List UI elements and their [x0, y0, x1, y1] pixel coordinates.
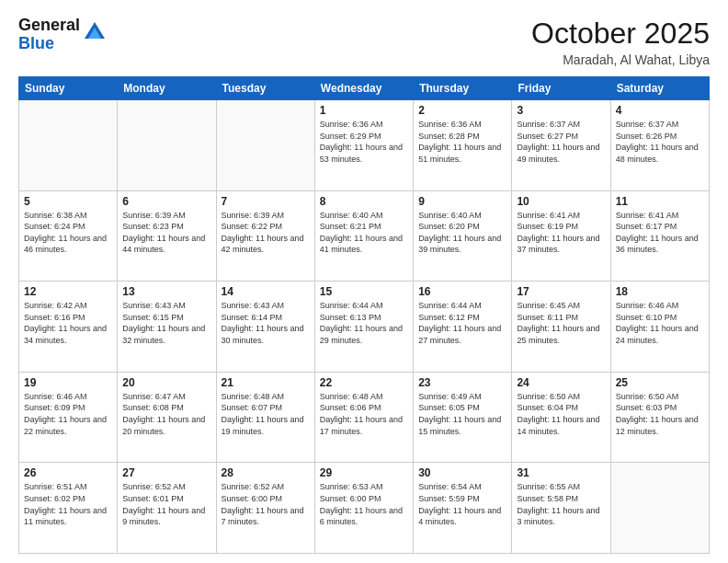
day-number: 4 [616, 104, 704, 117]
day-info: Sunrise: 6:50 AM Sunset: 6:04 PM Dayligh… [517, 391, 605, 437]
calendar-cell: 10Sunrise: 6:41 AM Sunset: 6:19 PM Dayli… [512, 190, 610, 282]
day-number: 1 [320, 104, 408, 117]
calendar-cell [216, 100, 314, 191]
day-info: Sunrise: 6:47 AM Sunset: 6:08 PM Dayligh… [122, 391, 210, 437]
day-number: 24 [517, 376, 605, 389]
day-info: Sunrise: 6:48 AM Sunset: 6:06 PM Dayligh… [320, 391, 408, 437]
calendar-cell: 28Sunrise: 6:52 AM Sunset: 6:00 PM Dayli… [216, 463, 314, 554]
calendar-cell [19, 100, 118, 191]
col-header-thursday: Thursday [414, 77, 512, 100]
calendar-cell [118, 100, 216, 191]
calendar-cell [610, 463, 709, 554]
col-header-tuesday: Tuesday [216, 77, 314, 100]
calendar-cell: 31Sunrise: 6:55 AM Sunset: 5:58 PM Dayli… [512, 463, 610, 554]
day-info: Sunrise: 6:37 AM Sunset: 6:26 PM Dayligh… [616, 119, 704, 165]
day-number: 25 [616, 376, 704, 389]
day-number: 2 [418, 104, 506, 117]
day-number: 16 [418, 285, 506, 298]
day-number: 3 [517, 104, 605, 117]
day-info: Sunrise: 6:51 AM Sunset: 6:02 PM Dayligh… [24, 481, 112, 527]
logo-blue: Blue [18, 34, 54, 52]
day-info: Sunrise: 6:40 AM Sunset: 6:20 PM Dayligh… [418, 210, 506, 256]
day-number: 18 [616, 285, 704, 298]
day-info: Sunrise: 6:36 AM Sunset: 6:29 PM Dayligh… [320, 119, 408, 165]
day-info: Sunrise: 6:52 AM Sunset: 6:00 PM Dayligh… [222, 481, 310, 527]
day-number: 8 [320, 195, 408, 208]
calendar-cell: 27Sunrise: 6:52 AM Sunset: 6:01 PM Dayli… [118, 463, 216, 554]
day-number: 29 [320, 466, 408, 479]
day-number: 12 [24, 285, 112, 298]
day-number: 22 [320, 376, 408, 389]
calendar-cell: 14Sunrise: 6:43 AM Sunset: 6:14 PM Dayli… [216, 282, 314, 373]
day-info: Sunrise: 6:40 AM Sunset: 6:21 PM Dayligh… [320, 210, 408, 256]
day-info: Sunrise: 6:41 AM Sunset: 6:17 PM Dayligh… [616, 210, 704, 256]
calendar-cell: 18Sunrise: 6:46 AM Sunset: 6:10 PM Dayli… [610, 282, 709, 373]
calendar-cell: 15Sunrise: 6:44 AM Sunset: 6:13 PM Dayli… [314, 282, 413, 373]
day-info: Sunrise: 6:44 AM Sunset: 6:13 PM Dayligh… [320, 300, 408, 346]
calendar-cell: 26Sunrise: 6:51 AM Sunset: 6:02 PM Dayli… [19, 463, 118, 554]
day-info: Sunrise: 6:52 AM Sunset: 6:01 PM Dayligh… [122, 481, 210, 527]
day-info: Sunrise: 6:48 AM Sunset: 6:07 PM Dayligh… [222, 391, 310, 437]
day-info: Sunrise: 6:39 AM Sunset: 6:22 PM Dayligh… [222, 210, 310, 256]
day-number: 13 [122, 285, 210, 298]
day-info: Sunrise: 6:54 AM Sunset: 5:59 PM Dayligh… [418, 481, 506, 527]
day-number: 5 [24, 195, 112, 208]
day-info: Sunrise: 6:44 AM Sunset: 6:12 PM Dayligh… [418, 300, 506, 346]
day-info: Sunrise: 6:49 AM Sunset: 6:05 PM Dayligh… [418, 391, 506, 437]
logo-general: General [18, 16, 80, 34]
logo: General Blue [18, 17, 105, 53]
day-info: Sunrise: 6:45 AM Sunset: 6:11 PM Dayligh… [517, 300, 605, 346]
calendar-cell: 11Sunrise: 6:41 AM Sunset: 6:17 PM Dayli… [610, 190, 709, 282]
calendar-cell: 16Sunrise: 6:44 AM Sunset: 6:12 PM Dayli… [414, 282, 512, 373]
calendar-cell: 24Sunrise: 6:50 AM Sunset: 6:04 PM Dayli… [512, 372, 610, 463]
day-info: Sunrise: 6:37 AM Sunset: 6:27 PM Dayligh… [517, 119, 605, 165]
day-number: 9 [418, 195, 506, 208]
calendar-cell: 23Sunrise: 6:49 AM Sunset: 6:05 PM Dayli… [414, 372, 512, 463]
day-info: Sunrise: 6:43 AM Sunset: 6:14 PM Dayligh… [222, 300, 310, 346]
day-info: Sunrise: 6:43 AM Sunset: 6:15 PM Dayligh… [122, 300, 210, 346]
calendar-cell: 6Sunrise: 6:39 AM Sunset: 6:23 PM Daylig… [118, 190, 216, 282]
calendar-cell: 22Sunrise: 6:48 AM Sunset: 6:06 PM Dayli… [314, 372, 413, 463]
day-info: Sunrise: 6:36 AM Sunset: 6:28 PM Dayligh… [418, 119, 506, 165]
day-number: 11 [616, 195, 704, 208]
col-header-monday: Monday [118, 77, 216, 100]
calendar-cell: 19Sunrise: 6:46 AM Sunset: 6:09 PM Dayli… [19, 372, 118, 463]
calendar-cell: 21Sunrise: 6:48 AM Sunset: 6:07 PM Dayli… [216, 372, 314, 463]
day-info: Sunrise: 6:42 AM Sunset: 6:16 PM Dayligh… [24, 300, 112, 346]
title-block: October 2025 Maradah, Al Wahat, Libya [531, 17, 710, 67]
day-number: 6 [122, 195, 210, 208]
day-number: 15 [320, 285, 408, 298]
calendar-cell: 2Sunrise: 6:36 AM Sunset: 6:28 PM Daylig… [414, 100, 512, 191]
day-number: 20 [122, 376, 210, 389]
day-number: 17 [517, 285, 605, 298]
day-number: 23 [418, 376, 506, 389]
day-info: Sunrise: 6:41 AM Sunset: 6:19 PM Dayligh… [517, 210, 605, 256]
calendar-cell: 9Sunrise: 6:40 AM Sunset: 6:20 PM Daylig… [414, 190, 512, 282]
day-info: Sunrise: 6:46 AM Sunset: 6:09 PM Dayligh… [24, 391, 112, 437]
day-info: Sunrise: 6:46 AM Sunset: 6:10 PM Dayligh… [616, 300, 704, 346]
calendar-cell: 8Sunrise: 6:40 AM Sunset: 6:21 PM Daylig… [314, 190, 413, 282]
day-info: Sunrise: 6:50 AM Sunset: 6:03 PM Dayligh… [616, 391, 704, 437]
day-number: 28 [222, 466, 310, 479]
day-number: 26 [24, 466, 112, 479]
col-header-friday: Friday [512, 77, 610, 100]
day-info: Sunrise: 6:39 AM Sunset: 6:23 PM Dayligh… [122, 210, 210, 256]
col-header-sunday: Sunday [19, 77, 118, 100]
day-number: 7 [222, 195, 310, 208]
day-number: 14 [222, 285, 310, 298]
month-title: October 2025 [531, 17, 710, 51]
calendar-cell: 5Sunrise: 6:38 AM Sunset: 6:24 PM Daylig… [19, 190, 118, 282]
day-info: Sunrise: 6:38 AM Sunset: 6:24 PM Dayligh… [24, 210, 112, 256]
calendar-cell: 7Sunrise: 6:39 AM Sunset: 6:22 PM Daylig… [216, 190, 314, 282]
day-number: 30 [418, 466, 506, 479]
calendar-cell: 25Sunrise: 6:50 AM Sunset: 6:03 PM Dayli… [610, 372, 709, 463]
calendar-cell: 30Sunrise: 6:54 AM Sunset: 5:59 PM Dayli… [414, 463, 512, 554]
day-number: 10 [517, 195, 605, 208]
calendar-cell: 29Sunrise: 6:53 AM Sunset: 6:00 PM Dayli… [314, 463, 413, 554]
calendar: SundayMondayTuesdayWednesdayThursdayFrid… [18, 76, 710, 554]
day-info: Sunrise: 6:55 AM Sunset: 5:58 PM Dayligh… [517, 481, 605, 527]
day-number: 31 [517, 466, 605, 479]
calendar-cell: 12Sunrise: 6:42 AM Sunset: 6:16 PM Dayli… [19, 282, 118, 373]
calendar-cell: 17Sunrise: 6:45 AM Sunset: 6:11 PM Dayli… [512, 282, 610, 373]
calendar-cell: 13Sunrise: 6:43 AM Sunset: 6:15 PM Dayli… [118, 282, 216, 373]
